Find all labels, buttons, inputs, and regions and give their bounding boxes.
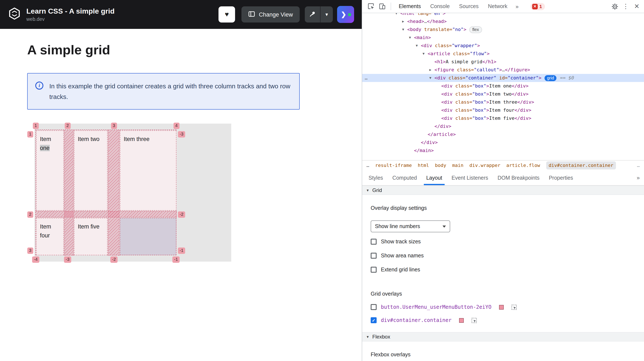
overlay-row[interactable]: button.UserMenu_userMenuButton-2eiYO	[371, 303, 644, 311]
dom-tree-node[interactable]: <div class="box">Item one</div>	[362, 82, 644, 90]
header-actions: ♥ Change View	[218, 6, 354, 23]
checkbox[interactable]	[371, 304, 376, 310]
overlay-color-swatch[interactable]	[459, 318, 464, 323]
pin-dropdown-button[interactable]: ▾	[320, 6, 333, 22]
more-options-icon[interactable]: ⋮	[620, 1, 631, 12]
more-tabs-icon[interactable]: »	[512, 3, 522, 9]
tab-styles[interactable]: Styles	[364, 170, 388, 185]
setting-label: Show area names	[381, 253, 424, 259]
page-title: A simple grid	[27, 42, 362, 59]
grid-line-number: 2	[64, 123, 70, 129]
dom-tree-node[interactable]: ▼<body translate="no">flex	[362, 25, 644, 33]
disclosure-open-icon[interactable]: ▼	[409, 36, 414, 39]
dom-tree-node[interactable]: ▶<head>…</head>	[362, 17, 644, 25]
console-error-badge[interactable]: ✕ 1	[530, 3, 545, 10]
grid-line-number: -3	[64, 257, 71, 263]
dom-tree-node[interactable]: <div class="box">Item two</div>	[362, 90, 644, 98]
dom-tree-node[interactable]: ▼<div class="wrapper">	[362, 42, 644, 50]
dom-tree-node[interactable]: ▼<html lang="en">	[362, 13, 644, 17]
pin-split-button: ▾	[305, 6, 333, 22]
grid-item-one: Itemone	[36, 130, 64, 211]
dom-tree-node[interactable]: </div>	[362, 122, 644, 130]
pin-button[interactable]	[305, 6, 320, 22]
inspect-element-icon[interactable]	[366, 1, 376, 12]
tab-dom-breakpoints[interactable]: DOM Breakpoints	[493, 170, 544, 185]
tab-computed[interactable]: Computed	[388, 170, 422, 185]
layout-pane: ▼ Grid Overlay display settings Show lin…	[362, 186, 644, 361]
dom-tree-node[interactable]: <div class="box">Item five</div>	[362, 114, 644, 122]
overlay-color-swatch[interactable]	[499, 305, 504, 309]
pin-icon	[309, 10, 316, 18]
dom-tree: ▼<html lang="en">▶<head>…</head>▼<body t…	[362, 13, 644, 155]
grid-badge[interactable]: grid	[544, 75, 556, 81]
grid-line-number: 3	[27, 248, 33, 254]
close-devtools-icon[interactable]: ✕	[631, 1, 642, 12]
breadcrumb-item[interactable]: div.wrapper	[469, 163, 500, 168]
setting-row[interactable]: Show area names	[371, 251, 644, 260]
node-more-icon[interactable]: …	[365, 75, 368, 81]
tab-properties[interactable]: Properties	[544, 170, 578, 185]
grid-line-number: -1	[178, 248, 185, 254]
dom-tree-node[interactable]: ▼<article class="flow">	[362, 50, 644, 58]
devtools-tab-console[interactable]: Console	[426, 0, 454, 13]
dom-tree-node[interactable]: ▼<main>	[362, 33, 644, 42]
breadcrumb-item[interactable]: result-iframe	[375, 163, 412, 168]
like-button[interactable]: ♥	[218, 6, 235, 22]
checkbox[interactable]	[371, 253, 376, 259]
grid-line-number: 1	[33, 123, 38, 129]
overlay-picker-icon[interactable]	[472, 318, 477, 323]
breadcrumb-item[interactable]: body	[435, 163, 446, 168]
dom-tree-node[interactable]: </div>	[362, 138, 644, 146]
dom-tree-node[interactable]: <div class="box">Item four</div>	[362, 106, 644, 114]
devtools-tab-elements[interactable]: Elements	[394, 0, 426, 13]
dom-tree-node[interactable]: <h1>A simple grid</h1>	[362, 58, 644, 66]
article-content: A simple grid i In this example the grid…	[0, 42, 362, 262]
disclosure-open-icon[interactable]: ▼	[395, 13, 400, 15]
disclosure-open-icon[interactable]: ▼	[429, 76, 434, 80]
dom-tree-node[interactable]: …▼<div class="container" id="container">…	[362, 74, 644, 82]
flexbox-section-header[interactable]: ▼ Flexbox	[362, 332, 644, 342]
grid-item-three: Item three	[120, 130, 176, 211]
grid-line-number: -2	[178, 212, 185, 218]
tab-layout[interactable]: Layout	[422, 170, 447, 185]
device-toolbar-icon[interactable]	[376, 1, 388, 12]
checkbox[interactable]: ✓	[371, 317, 376, 323]
settings-gear-icon[interactable]	[609, 1, 620, 12]
grid-section-header[interactable]: ▼ Grid	[362, 186, 644, 195]
change-view-button[interactable]: Change View	[242, 6, 300, 22]
dom-tree-node[interactable]: ▶<figure class="callout">…</figure>	[362, 66, 644, 74]
disclosure-closed-icon[interactable]: ▶	[429, 68, 434, 72]
overlay-picker-icon[interactable]	[511, 304, 517, 310]
breadcrumb-overflow-left-icon[interactable]: …	[366, 163, 369, 168]
flex-badge[interactable]: flex	[469, 26, 482, 33]
breadcrumb-item[interactable]: div#container.container	[546, 161, 616, 169]
column-gap-hatch	[108, 130, 120, 256]
disclosure-open-icon[interactable]: ▼	[422, 52, 428, 56]
overlay-row[interactable]: ✓div#container.container	[371, 316, 644, 325]
launch-logo-button[interactable]: ❯	[337, 6, 354, 23]
disclosure-open-icon[interactable]: ▼	[416, 44, 421, 47]
disclosure-closed-icon[interactable]: ▶	[402, 19, 407, 23]
brand[interactable]: Learn CSS - A simple grid web.dev	[8, 7, 114, 22]
checkbox[interactable]	[371, 239, 376, 245]
setting-row[interactable]: Extend grid lines	[371, 265, 644, 274]
grid-section-content: Overlay display settings Show line numbe…	[362, 205, 644, 325]
checkbox[interactable]	[371, 267, 376, 273]
breadcrumb-item[interactable]: main	[452, 163, 463, 168]
dom-tree-node[interactable]: </main>	[362, 146, 644, 155]
breadcrumb-item[interactable]: article.flow	[506, 163, 540, 168]
devtools-tab-network[interactable]: Network	[483, 0, 512, 13]
column-gap-hatch	[64, 130, 74, 256]
disclosure-open-icon[interactable]: ▼	[402, 27, 407, 31]
dom-tree-node[interactable]: <div class="box">Item three</div>	[362, 98, 644, 106]
devtools-tab-bar: ElementsConsoleSourcesNetwork	[394, 0, 512, 13]
line-numbers-select[interactable]: Show line numbers	[371, 220, 450, 232]
select-arrow-icon	[442, 225, 446, 227]
setting-row[interactable]: Show track sizes	[371, 237, 644, 246]
breadcrumb-overflow-right-icon: …	[637, 163, 640, 168]
breadcrumb-item[interactable]: html	[418, 163, 429, 168]
dom-tree-node[interactable]: </article>	[362, 130, 644, 138]
tab-event-listeners[interactable]: Event Listeners	[447, 170, 493, 185]
more-tabs-icon[interactable]: »	[632, 170, 644, 185]
devtools-tab-sources[interactable]: Sources	[454, 0, 483, 13]
